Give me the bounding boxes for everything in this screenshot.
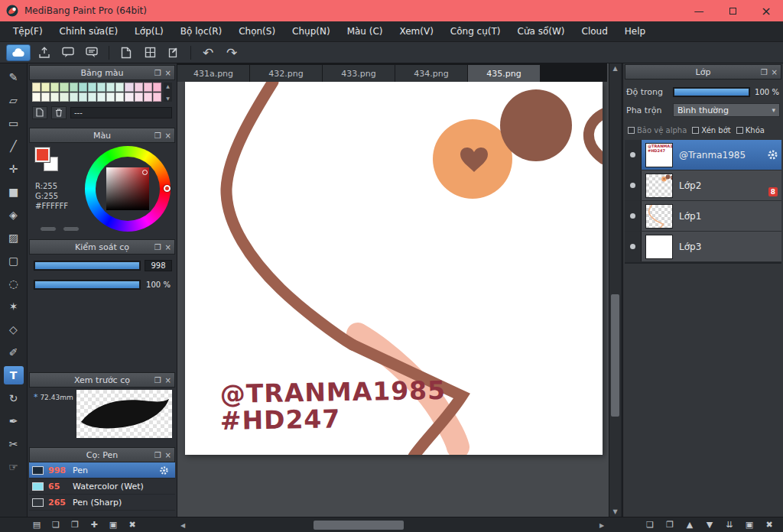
canvas-tab[interactable]: 431a.png: [177, 65, 250, 82]
color-wheel[interactable]: [85, 146, 171, 232]
palette-swatch[interactable]: [70, 92, 78, 102]
palette-swatch[interactable]: [88, 92, 96, 102]
menu-item[interactable]: Màu (C): [339, 21, 392, 41]
close-icon[interactable]: ×: [165, 131, 171, 140]
palette-swatch[interactable]: [125, 83, 133, 92]
menu-item[interactable]: Tệp(F): [5, 21, 51, 41]
brush-opacity-slider[interactable]: [34, 280, 141, 290]
close-icon[interactable]: ×: [165, 243, 171, 251]
tool-select-rectangle[interactable]: ▭: [4, 114, 24, 132]
tool-lasso[interactable]: ◌: [4, 274, 24, 293]
palette-swatch[interactable]: [97, 83, 106, 92]
layer-settings-gear-icon[interactable]: [767, 149, 778, 161]
menu-item[interactable]: Cửa sổ(W): [509, 21, 573, 41]
palette-swatch[interactable]: [106, 83, 115, 92]
layer-row[interactable]: Lớp3: [625, 232, 781, 262]
close-button[interactable]: ×: [749, 0, 783, 21]
layer-visibility-toggle[interactable]: [625, 201, 642, 231]
lock-checkbox[interactable]: Khóa: [736, 126, 765, 135]
tool-select-marquee[interactable]: ▢: [4, 251, 24, 270]
scroll-up-icon[interactable]: ▲: [609, 65, 621, 72]
tool-select-pen[interactable]: ✐: [4, 343, 24, 362]
palette-swatch[interactable]: [144, 92, 152, 102]
palette-scrollbar[interactable]: ▲ ▼: [164, 83, 172, 102]
brush-panel-menu-button[interactable]: ▤: [31, 520, 43, 530]
duplicate-brush-button[interactable]: ❐: [69, 520, 81, 530]
menu-item[interactable]: Công cụ(T): [442, 21, 509, 41]
palette-swatch[interactable]: [60, 83, 68, 92]
close-icon[interactable]: ×: [772, 68, 778, 76]
add-layer-button[interactable]: ❏: [644, 520, 656, 530]
color-slider-handle[interactable]: [40, 226, 57, 232]
menu-item[interactable]: Chỉnh sửa(E): [51, 21, 127, 41]
menu-item[interactable]: Cloud: [573, 21, 616, 41]
palette-color-name[interactable]: ---: [70, 107, 172, 118]
brush-list-item[interactable]: 265 Pen (Sharp): [29, 495, 175, 511]
palette-swatch[interactable]: [50, 92, 59, 102]
palette-swatch[interactable]: [41, 92, 50, 102]
popout-icon[interactable]: ❐: [154, 131, 161, 140]
tool-text[interactable]: T: [4, 366, 24, 384]
tool-divide[interactable]: ✂: [4, 435, 24, 453]
layer-row[interactable]: Lớp1: [625, 201, 781, 232]
canvas-tab[interactable]: 433.png: [323, 65, 395, 82]
canvas-tab[interactable]: 434.png: [395, 65, 468, 82]
palette-swatch[interactable]: [41, 83, 50, 92]
canvas-horizontal-scrollbar[interactable]: ◀ ▶: [177, 520, 607, 530]
canvas-edit-button[interactable]: [164, 44, 184, 61]
brush-size-value[interactable]: 998: [145, 260, 172, 271]
chat-button[interactable]: [82, 44, 102, 61]
cloud-save-button[interactable]: [6, 44, 31, 61]
delete-layer-button[interactable]: ✖: [763, 520, 775, 530]
hue-selector[interactable]: [164, 185, 171, 192]
layer-row[interactable]: @TRANMA1985 #HD247 @Tranma1985: [625, 140, 781, 170]
drawing-canvas[interactable]: @TRANMA1985 #HD247: [185, 82, 603, 455]
tool-shape-fill[interactable]: ■: [4, 183, 24, 201]
menu-item[interactable]: Lớp(L): [126, 21, 172, 41]
palette-swatch[interactable]: [135, 92, 143, 102]
canvas-tab[interactable]: 435.png: [468, 65, 541, 82]
popout-icon[interactable]: ❐: [154, 69, 161, 77]
menu-item[interactable]: Chọn(S): [230, 21, 284, 41]
menu-item[interactable]: Bộ lọc(R): [172, 21, 230, 41]
minimize-button[interactable]: —: [682, 0, 716, 21]
foreground-color-swatch[interactable]: [35, 148, 50, 162]
palette-swatch[interactable]: [115, 92, 124, 102]
palette-swatch[interactable]: [135, 83, 143, 92]
popout-icon[interactable]: ❐: [761, 68, 768, 76]
move-layer-down-button[interactable]: ▼: [703, 520, 716, 530]
brush-settings-button[interactable]: ▣: [107, 520, 119, 530]
tool-gradient[interactable]: ▨: [4, 229, 24, 247]
brush-list-item[interactable]: 65 Watercolor (Wet): [29, 478, 175, 495]
duplicate-layer-button[interactable]: ❐: [664, 520, 676, 530]
canvas-tab[interactable]: 432.png: [250, 65, 323, 82]
layer-opacity-slider[interactable]: [673, 87, 750, 97]
publish-button[interactable]: [34, 44, 54, 61]
comment-button[interactable]: [58, 44, 78, 61]
layer-visibility-toggle[interactable]: [625, 232, 642, 261]
palette-swatch[interactable]: [79, 83, 87, 92]
brush-settings-gear-icon[interactable]: [159, 466, 169, 475]
tool-line[interactable]: ╱: [4, 137, 24, 155]
merge-layer-down-button[interactable]: ⇊: [723, 520, 736, 530]
close-icon[interactable]: ×: [165, 451, 171, 459]
popout-icon[interactable]: ❐: [154, 376, 161, 384]
scroll-left-icon[interactable]: ◀: [177, 520, 188, 530]
move-layer-up-button[interactable]: ▲: [684, 520, 696, 530]
tool-brush[interactable]: ✎: [4, 68, 24, 86]
palette-swatch[interactable]: [153, 83, 161, 92]
alpha-lock-checkbox[interactable]: Bảo vệ alpha: [628, 126, 687, 135]
palette-swatch[interactable]: [79, 92, 87, 102]
new-canvas-button[interactable]: [116, 44, 136, 61]
add-brush-button[interactable]: ❏: [50, 520, 62, 530]
tool-pen[interactable]: ✒: [4, 412, 24, 430]
canvas-viewport[interactable]: @TRANMA1985 #HD247: [177, 82, 607, 517]
palette-swatch[interactable]: [115, 83, 124, 92]
delete-brush-button[interactable]: ✖: [126, 520, 138, 530]
horizontal-scroll-thumb[interactable]: [314, 521, 404, 530]
scroll-down-icon[interactable]: ▼: [166, 96, 170, 101]
delete-palette-color-button[interactable]: [51, 106, 67, 119]
layer-visibility-toggle[interactable]: [625, 170, 642, 200]
palette-swatch[interactable]: [106, 92, 115, 102]
tool-eraser[interactable]: ▱: [4, 91, 24, 109]
